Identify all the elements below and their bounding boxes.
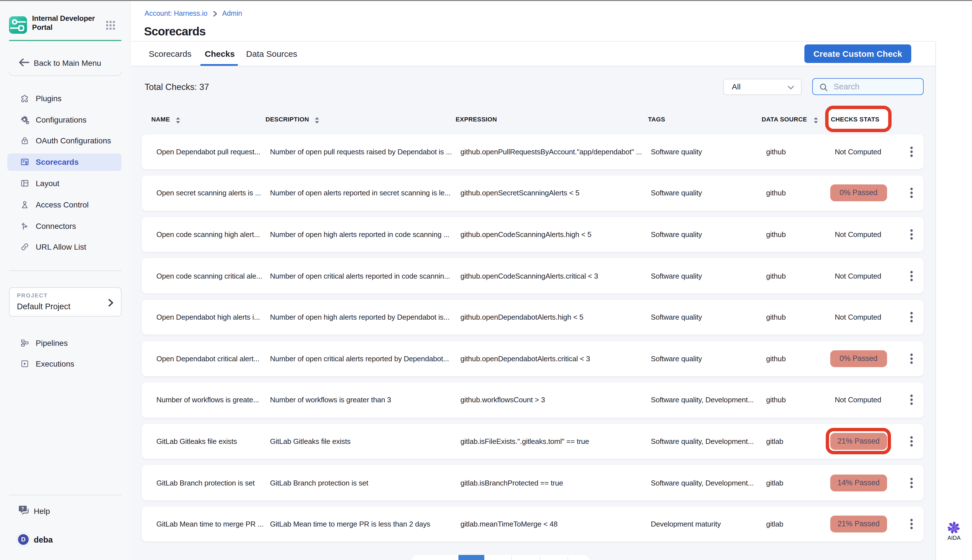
svg-text:?: ? (21, 506, 24, 512)
